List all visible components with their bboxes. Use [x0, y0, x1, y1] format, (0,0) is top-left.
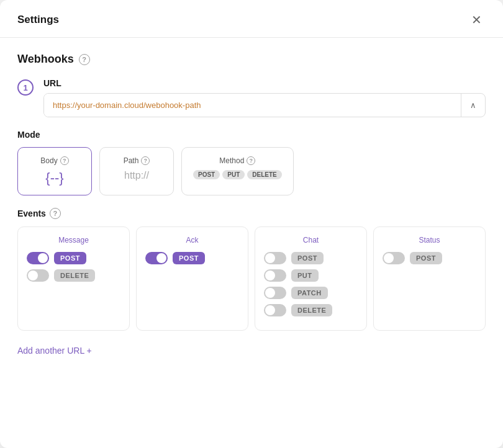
events-section: Events ? Message POST DELETE	[17, 208, 486, 331]
mode-card-path[interactable]: Path ? http://	[99, 147, 174, 195]
toggle-chat-delete[interactable]	[264, 304, 286, 316]
btn-message-post[interactable]: POST	[54, 252, 86, 264]
method-badge-post: POST	[193, 170, 220, 179]
events-label: Events ?	[17, 208, 486, 219]
mode-path-title: Path ?	[111, 156, 162, 165]
add-url-link[interactable]: Add another URL +	[17, 346, 92, 356]
event-chat-title: Chat	[264, 236, 358, 244]
url-step-row: 1 URL ∧	[17, 78, 486, 117]
mode-cards: Body ? {--} Path ? http:// Method	[17, 147, 486, 195]
mode-method-title: Method ?	[193, 156, 282, 165]
event-message-post-row: POST	[27, 252, 120, 264]
modal-header: Settings ✕	[0, 0, 503, 38]
event-chat-put-row: PUT	[264, 269, 358, 282]
toggle-message-delete[interactable]	[27, 269, 49, 282]
mode-body-help-icon[interactable]: ?	[60, 156, 69, 165]
webhooks-help-icon[interactable]: ?	[79, 54, 90, 65]
btn-status-post[interactable]: POST	[410, 252, 442, 264]
modal-title: Settings	[17, 14, 59, 26]
event-chat-delete-row: DELETE	[264, 304, 358, 316]
mode-card-body[interactable]: Body ? {--}	[17, 147, 92, 195]
step-content: URL ∧	[43, 78, 486, 117]
btn-chat-patch[interactable]: PATCH	[291, 287, 328, 299]
event-ack-post-row: POST	[145, 252, 239, 264]
btn-message-delete[interactable]: DELETE	[54, 269, 95, 282]
toggle-ack-post[interactable]	[145, 252, 168, 264]
events-label-text: Events	[17, 208, 46, 218]
url-label: URL	[43, 78, 486, 88]
toggle-chat-post[interactable]	[264, 252, 286, 264]
mode-path-content: http://	[111, 170, 162, 181]
method-badge-put: PUT	[222, 170, 245, 179]
mode-card-method[interactable]: Method ? POST PUT DELETE	[181, 147, 294, 195]
events-cards: Message POST DELETE Ack POST	[17, 226, 486, 331]
modal-body: Webhooks ? 1 URL ∧ Mode Body ?	[0, 38, 503, 374]
webhooks-title-text: Webhooks	[17, 53, 74, 66]
url-input[interactable]	[44, 94, 461, 117]
event-chat-patch-row: PATCH	[264, 287, 358, 299]
btn-chat-post[interactable]: POST	[291, 252, 324, 264]
event-card-chat: Chat POST PUT PATCH DEL	[255, 226, 367, 331]
mode-section: Mode Body ? {--} Path ? http://	[17, 130, 486, 195]
mode-label: Mode	[17, 130, 486, 140]
btn-ack-post[interactable]: POST	[173, 252, 205, 264]
step-number: 1	[17, 79, 34, 96]
toggle-message-post[interactable]	[27, 252, 49, 264]
mode-path-help-icon[interactable]: ?	[141, 156, 150, 165]
event-ack-title: Ack	[145, 236, 239, 244]
event-card-ack: Ack POST	[136, 226, 248, 331]
btn-chat-put[interactable]: PUT	[291, 269, 319, 282]
url-chevron-icon[interactable]: ∧	[461, 94, 485, 117]
event-message-title: Message	[27, 236, 120, 244]
url-input-row: ∧	[43, 93, 486, 117]
method-badges: POST PUT DELETE	[193, 170, 282, 179]
mode-body-title: Body ?	[29, 156, 80, 165]
webhooks-section-title: Webhooks ?	[17, 53, 486, 66]
events-help-icon[interactable]: ?	[50, 208, 61, 219]
btn-chat-delete[interactable]: DELETE	[291, 304, 332, 316]
event-message-delete-row: DELETE	[27, 269, 120, 282]
event-status-title: Status	[383, 236, 476, 244]
toggle-chat-patch[interactable]	[264, 287, 286, 299]
event-status-post-row: POST	[383, 252, 476, 264]
settings-modal: Settings ✕ Webhooks ? 1 URL ∧ Mode	[0, 0, 503, 448]
toggle-status-post[interactable]	[383, 252, 405, 264]
event-card-status: Status POST	[373, 226, 486, 331]
toggle-chat-put[interactable]	[264, 269, 286, 282]
method-badge-delete: DELETE	[247, 170, 281, 179]
event-card-message: Message POST DELETE	[17, 226, 130, 331]
event-chat-post-row: POST	[264, 252, 358, 264]
close-button[interactable]: ✕	[468, 12, 486, 27]
mode-method-help-icon[interactable]: ?	[247, 156, 255, 165]
mode-body-content: {--}	[29, 170, 80, 186]
